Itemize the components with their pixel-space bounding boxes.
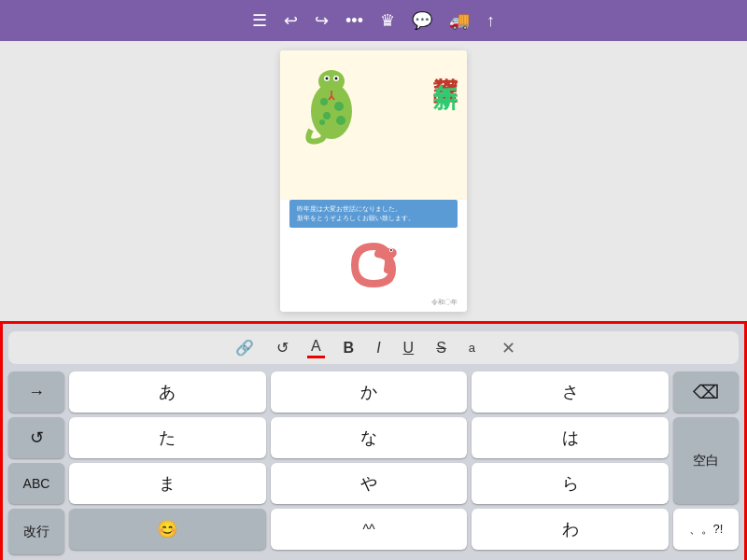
enter-key[interactable]: 改行	[8, 509, 64, 554]
comment-icon[interactable]: 💬	[412, 10, 432, 31]
greeting-card: 謹賀 新年 昨年度は大変お世話になりました。 新年をとうぞよろしくお願い致します…	[280, 50, 467, 312]
svg-point-8	[326, 77, 329, 80]
sa-key[interactable]: さ	[472, 371, 669, 413]
refresh-button[interactable]: ↺	[273, 337, 292, 358]
bold-button[interactable]: B	[340, 338, 359, 358]
underline-button[interactable]: U	[400, 338, 418, 358]
svg-point-1	[320, 98, 328, 105]
svg-point-6	[318, 70, 345, 92]
card-title: 謹賀 新年	[430, 58, 458, 64]
backspace-key[interactable]: ⌫	[673, 371, 739, 413]
format-toolbar: 🔗 ↺ A B I U S a ✕	[8, 331, 739, 364]
truck-icon[interactable]: 🚚	[449, 10, 470, 31]
ra-key[interactable]: ら	[472, 463, 669, 504]
abc-key[interactable]: ABC	[8, 463, 64, 504]
na-key[interactable]: な	[271, 417, 468, 458]
top-toolbar: ☰ ↩ ↪ ••• ♛ 💬 🚚 ↑	[0, 0, 747, 41]
undo-icon[interactable]: ↩	[284, 10, 298, 31]
italic-button[interactable]: I	[373, 338, 384, 358]
card-bottom: 令和〇年	[280, 228, 467, 312]
card-top: 謹賀 新年	[280, 50, 467, 200]
svg-point-4	[336, 116, 345, 125]
snake-bottom-illustration	[341, 237, 406, 302]
message-line2: 新年をとうぞよろしくお願い致します。	[297, 215, 415, 221]
ma-key[interactable]: ま	[69, 463, 266, 504]
format-close-button[interactable]: ✕	[501, 338, 515, 358]
svg-point-16	[390, 249, 392, 251]
font-color-button[interactable]: A	[307, 337, 325, 358]
menu-icon[interactable]: ☰	[252, 10, 267, 31]
canvas-area: 謹賀 新年 昨年度は大変お世話になりました。 新年をとうぞよろしくお願い致します…	[0, 41, 747, 321]
arrow-key[interactable]: →	[8, 371, 64, 413]
more-icon[interactable]: •••	[345, 11, 363, 31]
ka-key[interactable]: か	[271, 371, 468, 413]
ha-key[interactable]: は	[472, 417, 669, 458]
svg-point-10	[335, 77, 338, 80]
message-line1: 昨年度は大変お世話になりました。	[297, 205, 402, 212]
space-key[interactable]: 空白	[673, 417, 739, 504]
snake-top-illustration	[294, 55, 369, 148]
small-text-button[interactable]: a	[465, 339, 479, 357]
hat-key[interactable]: ^^	[271, 509, 468, 550]
punct-key[interactable]: 、。?!	[673, 509, 739, 550]
keyboard-bottom-row: 🌐 🎤	[8, 554, 739, 560]
emoji-key[interactable]: 😊	[69, 509, 266, 550]
redo-icon[interactable]: ↪	[315, 10, 329, 31]
crown-icon[interactable]: ♛	[380, 10, 395, 31]
card-message[interactable]: 昨年度は大変お世話になりました。 新年をとうぞよろしくお願い致します。	[289, 200, 458, 228]
svg-point-5	[319, 119, 325, 125]
japanese-keyboard: → あ か さ ⌫ ↺ た な は 空白 ABC ま や ら 改行 😊 ^^ わ…	[8, 371, 739, 554]
svg-point-3	[323, 112, 331, 119]
keyboard-panel: 🔗 ↺ A B I U S a ✕ → あ か さ ⌫ ↺ た な は 空白 A…	[0, 321, 747, 560]
a-key[interactable]: あ	[69, 371, 266, 413]
ta-key[interactable]: た	[69, 417, 266, 458]
link-button[interactable]: 🔗	[232, 337, 258, 358]
card-year: 令和〇年	[431, 298, 458, 307]
share-icon[interactable]: ↑	[486, 11, 495, 31]
svg-point-2	[334, 102, 344, 111]
wa-key[interactable]: わ	[472, 509, 669, 550]
strikethrough-button[interactable]: S	[432, 338, 450, 358]
undo-key[interactable]: ↺	[8, 417, 64, 458]
ya-key[interactable]: や	[271, 463, 468, 504]
